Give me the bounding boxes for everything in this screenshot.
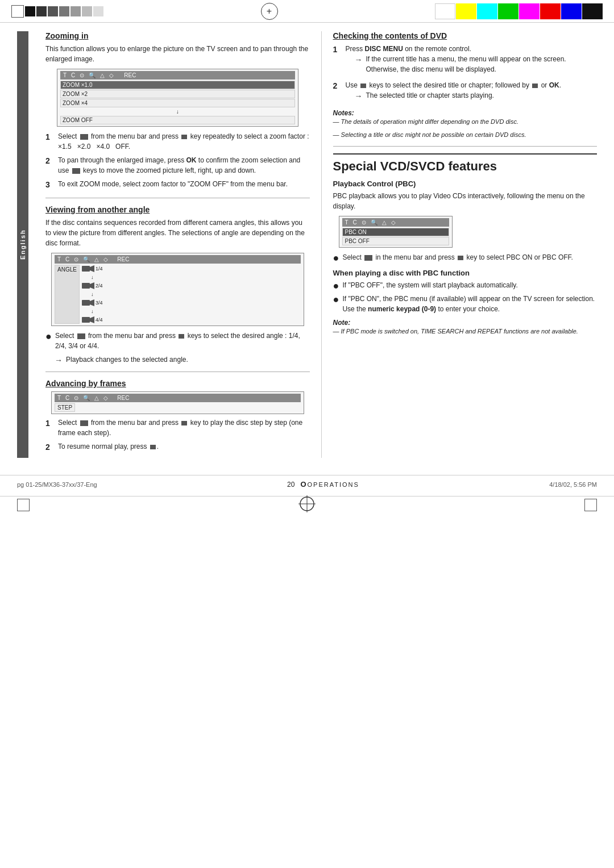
zoom-item-2: ZOOM ×2 (60, 90, 295, 98)
angle-cameras: 1/4 ↓ 2/4 ↓ 3/4 ↓ (82, 265, 103, 324)
zoom-step-1: 1 Select from the menu bar and press key… (45, 131, 310, 152)
step-select-icon (80, 420, 88, 426)
angle-select-icon (77, 333, 85, 339)
pbc-heading: Playback Control (PBC) (333, 180, 598, 188)
pbc-on: PBC ON (342, 228, 449, 236)
check-keys-icon (360, 84, 366, 88)
english-tab: English (17, 31, 28, 458)
zoom-menu-topbar: TC⊙🔍△◇REC (60, 71, 295, 80)
footer-left-text: pg 01-25/MX36-37xx/37-Eng (17, 481, 97, 488)
step-item-row: STEP (55, 403, 301, 412)
checking-section: Checking the contents of DVD 1 Press DIS… (333, 31, 598, 139)
pbc-section: Playback Control (PBC) PBC playback allo… (333, 180, 598, 336)
checking-steps: 1 Press DISC MENU on the remote control.… (333, 44, 598, 105)
divider-2 (45, 372, 310, 372)
step-topbar: TC⊙🔍△◇REC (55, 394, 301, 402)
zooming-steps: 1 Select from the menu bar and press key… (45, 131, 310, 191)
svg-marker-3 (90, 282, 94, 289)
zooming-intro: This function allows you to enlarge the … (45, 44, 310, 64)
zoom-item-off: ZOOM OFF (60, 116, 295, 124)
angle-topbar: TC⊙🔍△◇REC (55, 255, 301, 264)
bottom-crosshair (298, 495, 316, 514)
viewing-bullets: ● Select from the menu bar and press key… (45, 331, 310, 351)
zoom-menu-screenshot: TC⊙🔍△◇REC ZOOM ×1.0 ZOOM ×2 ZOOM ×4 ↓ ZO… (57, 69, 298, 127)
step-press-icon (181, 421, 187, 425)
content-area: English Zooming in This function allows … (0, 26, 614, 464)
angle-screenshot: TC⊙🔍△◇REC ANGLE 1/4 ↓ 2/4 (51, 253, 304, 326)
bottom-reg-mark-right (584, 499, 597, 511)
disc-menu-bold: DISC MENU (365, 45, 403, 53)
pbc-when-2: ● If "PBC ON", the PBC menu (if availabl… (333, 294, 598, 314)
angle-content: ANGLE 1/4 ↓ 2/4 ↓ (55, 265, 301, 324)
viewing-heading: Viewing from another angle (45, 205, 310, 214)
advancing-step-2: 2 To resume normal play, press . (45, 441, 310, 453)
pbc-screenshot: TC⊙🔍△◇ PBC ON PBC OFF (339, 216, 453, 248)
cam-4-4: 4/4 (82, 316, 103, 324)
pbc-note: Note: — If PBC mode is switched on, TIME… (333, 319, 598, 336)
zoom-item-1: ZOOM ×1.0 (60, 81, 295, 89)
pbc-press-icon (458, 256, 463, 260)
advancing-heading: Advancing by frames (45, 379, 310, 388)
checking-note-2: — Selecting a title or disc might not be… (333, 130, 598, 140)
advancing-step-1: 1 Select from the menu bar and press key… (45, 418, 310, 438)
zoom-step-2: 2 To pan through the enlarged image, pre… (45, 155, 310, 176)
checking-notes: Notes: — The details of operation might … (333, 109, 598, 139)
zoom-item-3: ZOOM ×4 (60, 99, 295, 107)
cam-1-4: 1/4 (82, 265, 103, 273)
left-column: Zooming in This function allows you to e… (40, 31, 310, 458)
zoom-select-icon (80, 134, 88, 140)
viewing-bullet-1: ● Select from the menu bar and press key… (45, 331, 310, 351)
divider-3 (333, 146, 598, 147)
pbc-topbar: TC⊙🔍△◇ (342, 218, 449, 227)
bottom-reg-mark-left (17, 499, 30, 511)
page-footer: pg 01-25/MX36-37xx/37-Eng 20 OOPERATIONS… (0, 475, 614, 493)
step-item-label: STEP (55, 403, 75, 412)
advancing-section: Advancing by frames TC⊙🔍△◇REC STEP 1 Sel… (45, 379, 310, 453)
svg-marker-7 (90, 316, 94, 323)
angle-press-icon (179, 334, 184, 339)
angle-arrow: → Playback changes to the selected angle… (55, 356, 310, 365)
pbc-items: PBC ON PBC OFF (342, 228, 449, 245)
top-strip (0, 0, 614, 23)
crosshair-center (261, 3, 278, 20)
viewing-intro: If the disc contains sequences recorded … (45, 218, 310, 248)
svg-rect-6 (82, 317, 90, 323)
zoom-press-icon (181, 135, 187, 139)
footer-operations-label: OOPERATIONS (300, 480, 359, 489)
pbc-bullet-1: ● Select in the menu bar and press key t… (333, 252, 598, 263)
checking-arrow-2: → The selected title or chapter starts p… (355, 90, 562, 102)
checking-notes-label: Notes: (333, 109, 598, 117)
svg-rect-2 (82, 283, 90, 289)
pbc-when-bullets: ● If "PBC OFF", the system will start pl… (333, 280, 598, 314)
step-screenshot: TC⊙🔍△◇REC STEP (51, 391, 304, 414)
pbc-bullets: ● Select in the menu bar and press key t… (333, 252, 598, 263)
footer-right-text: 4/18/02, 5:56 PM (549, 481, 597, 488)
checking-step-2: 2 Use keys to select the desired title o… (333, 80, 598, 105)
footer-page-num: 20 (287, 481, 294, 489)
pbc-intro: PBC playback allows you to play Video CD… (333, 191, 598, 211)
checking-step-1: 1 Press DISC MENU on the remote control.… (333, 44, 598, 77)
pbc-when-1: ● If "PBC OFF", the system will start pl… (333, 280, 598, 291)
svg-marker-1 (90, 265, 94, 272)
checking-note-1: — The details of operation might differ … (333, 117, 598, 127)
cam-2-4: 2/4 (82, 282, 103, 290)
angle-label: ANGLE (55, 265, 80, 324)
divider-1 (45, 198, 310, 198)
zooming-heading: Zooming in (45, 31, 310, 40)
svg-rect-4 (82, 300, 90, 306)
right-column: Checking the contents of DVD 1 Press DIS… (321, 31, 598, 458)
pbc-off: PBC OFF (342, 237, 449, 245)
check-follow-icon (532, 84, 538, 88)
zoom-keys-icon (72, 168, 80, 174)
bottom-strip (0, 496, 614, 513)
resume-press-icon (150, 445, 156, 449)
pbc-when-heading: When playing a disc with PBC function (333, 269, 598, 277)
zooming-section: Zooming in This function allows you to e… (45, 31, 310, 191)
svg-marker-5 (90, 299, 94, 306)
checking-heading: Checking the contents of DVD (333, 31, 598, 40)
special-vcd-heading: Special VCD/SVCD features (333, 153, 598, 174)
pbc-select-icon (364, 255, 372, 261)
svg-rect-0 (82, 266, 90, 272)
advancing-steps: 1 Select from the menu bar and press key… (45, 418, 310, 453)
pbc-note-text: — If PBC mode is switched on, TIME SEARC… (333, 327, 598, 336)
